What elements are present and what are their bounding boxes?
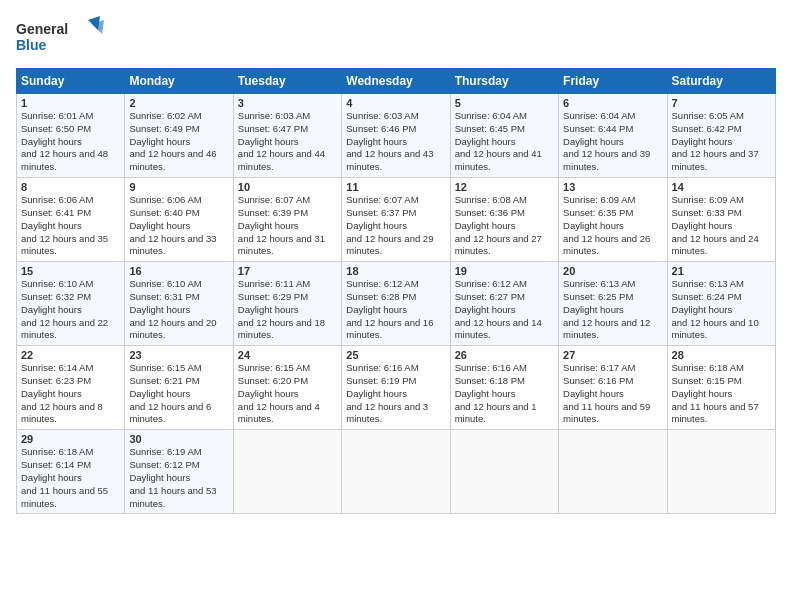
day-info: Sunrise: 6:03 AMSunset: 6:46 PMDaylight … (346, 110, 445, 174)
svg-text:General: General (16, 21, 68, 37)
day-number: 26 (455, 349, 554, 361)
day-number: 14 (672, 181, 771, 193)
day-number: 27 (563, 349, 662, 361)
day-number: 12 (455, 181, 554, 193)
calendar-cell: 9Sunrise: 6:06 AMSunset: 6:40 PMDaylight… (125, 178, 233, 262)
calendar-cell (667, 430, 775, 514)
day-number: 11 (346, 181, 445, 193)
day-info: Sunrise: 6:10 AMSunset: 6:31 PMDaylight … (129, 278, 228, 342)
calendar-cell: 3Sunrise: 6:03 AMSunset: 6:47 PMDaylight… (233, 94, 341, 178)
calendar-cell: 29Sunrise: 6:18 AMSunset: 6:14 PMDayligh… (17, 430, 125, 514)
day-info: Sunrise: 6:18 AMSunset: 6:14 PMDaylight … (21, 446, 120, 510)
day-info: Sunrise: 6:11 AMSunset: 6:29 PMDaylight … (238, 278, 337, 342)
day-info: Sunrise: 6:13 AMSunset: 6:25 PMDaylight … (563, 278, 662, 342)
logo: General Blue (16, 16, 106, 58)
calendar-cell: 26Sunrise: 6:16 AMSunset: 6:18 PMDayligh… (450, 346, 558, 430)
calendar-cell: 11Sunrise: 6:07 AMSunset: 6:37 PMDayligh… (342, 178, 450, 262)
col-header-friday: Friday (559, 69, 667, 94)
col-header-monday: Monday (125, 69, 233, 94)
day-info: Sunrise: 6:03 AMSunset: 6:47 PMDaylight … (238, 110, 337, 174)
day-info: Sunrise: 6:16 AMSunset: 6:19 PMDaylight … (346, 362, 445, 426)
calendar-cell: 20Sunrise: 6:13 AMSunset: 6:25 PMDayligh… (559, 262, 667, 346)
calendar-cell (559, 430, 667, 514)
day-info: Sunrise: 6:02 AMSunset: 6:49 PMDaylight … (129, 110, 228, 174)
day-number: 10 (238, 181, 337, 193)
calendar-week-row: 15Sunrise: 6:10 AMSunset: 6:32 PMDayligh… (17, 262, 776, 346)
calendar-cell: 6Sunrise: 6:04 AMSunset: 6:44 PMDaylight… (559, 94, 667, 178)
calendar-week-row: 29Sunrise: 6:18 AMSunset: 6:14 PMDayligh… (17, 430, 776, 514)
day-number: 9 (129, 181, 228, 193)
day-number: 29 (21, 433, 120, 445)
day-info: Sunrise: 6:10 AMSunset: 6:32 PMDaylight … (21, 278, 120, 342)
calendar-cell (450, 430, 558, 514)
calendar-cell: 21Sunrise: 6:13 AMSunset: 6:24 PMDayligh… (667, 262, 775, 346)
calendar-cell: 2Sunrise: 6:02 AMSunset: 6:49 PMDaylight… (125, 94, 233, 178)
calendar-cell: 22Sunrise: 6:14 AMSunset: 6:23 PMDayligh… (17, 346, 125, 430)
calendar-cell: 23Sunrise: 6:15 AMSunset: 6:21 PMDayligh… (125, 346, 233, 430)
day-number: 24 (238, 349, 337, 361)
day-info: Sunrise: 6:16 AMSunset: 6:18 PMDaylight … (455, 362, 554, 426)
day-info: Sunrise: 6:01 AMSunset: 6:50 PMDaylight … (21, 110, 120, 174)
calendar-week-row: 8Sunrise: 6:06 AMSunset: 6:41 PMDaylight… (17, 178, 776, 262)
calendar-cell: 25Sunrise: 6:16 AMSunset: 6:19 PMDayligh… (342, 346, 450, 430)
calendar-cell: 24Sunrise: 6:15 AMSunset: 6:20 PMDayligh… (233, 346, 341, 430)
day-number: 2 (129, 97, 228, 109)
calendar-cell: 16Sunrise: 6:10 AMSunset: 6:31 PMDayligh… (125, 262, 233, 346)
calendar-cell: 4Sunrise: 6:03 AMSunset: 6:46 PMDaylight… (342, 94, 450, 178)
day-number: 16 (129, 265, 228, 277)
day-number: 17 (238, 265, 337, 277)
calendar-cell: 5Sunrise: 6:04 AMSunset: 6:45 PMDaylight… (450, 94, 558, 178)
day-number: 30 (129, 433, 228, 445)
calendar-cell: 1Sunrise: 6:01 AMSunset: 6:50 PMDaylight… (17, 94, 125, 178)
day-info: Sunrise: 6:13 AMSunset: 6:24 PMDaylight … (672, 278, 771, 342)
day-info: Sunrise: 6:15 AMSunset: 6:20 PMDaylight … (238, 362, 337, 426)
day-info: Sunrise: 6:19 AMSunset: 6:12 PMDaylight … (129, 446, 228, 510)
day-info: Sunrise: 6:09 AMSunset: 6:33 PMDaylight … (672, 194, 771, 258)
calendar-cell: 28Sunrise: 6:18 AMSunset: 6:15 PMDayligh… (667, 346, 775, 430)
day-number: 8 (21, 181, 120, 193)
svg-text:Blue: Blue (16, 37, 47, 53)
day-number: 1 (21, 97, 120, 109)
calendar-cell: 15Sunrise: 6:10 AMSunset: 6:32 PMDayligh… (17, 262, 125, 346)
calendar-cell (342, 430, 450, 514)
day-number: 25 (346, 349, 445, 361)
calendar-cell: 17Sunrise: 6:11 AMSunset: 6:29 PMDayligh… (233, 262, 341, 346)
day-number: 4 (346, 97, 445, 109)
calendar-week-row: 22Sunrise: 6:14 AMSunset: 6:23 PMDayligh… (17, 346, 776, 430)
day-info: Sunrise: 6:12 AMSunset: 6:28 PMDaylight … (346, 278, 445, 342)
calendar-week-row: 1Sunrise: 6:01 AMSunset: 6:50 PMDaylight… (17, 94, 776, 178)
day-info: Sunrise: 6:15 AMSunset: 6:21 PMDaylight … (129, 362, 228, 426)
day-info: Sunrise: 6:07 AMSunset: 6:37 PMDaylight … (346, 194, 445, 258)
day-number: 7 (672, 97, 771, 109)
col-header-saturday: Saturday (667, 69, 775, 94)
day-info: Sunrise: 6:05 AMSunset: 6:42 PMDaylight … (672, 110, 771, 174)
day-number: 15 (21, 265, 120, 277)
day-number: 13 (563, 181, 662, 193)
day-number: 20 (563, 265, 662, 277)
day-info: Sunrise: 6:08 AMSunset: 6:36 PMDaylight … (455, 194, 554, 258)
col-header-tuesday: Tuesday (233, 69, 341, 94)
day-number: 18 (346, 265, 445, 277)
col-header-wednesday: Wednesday (342, 69, 450, 94)
calendar-page: General Blue SundayMondayTuesdayWednesda… (0, 0, 792, 612)
calendar-cell: 27Sunrise: 6:17 AMSunset: 6:16 PMDayligh… (559, 346, 667, 430)
calendar-cell: 30Sunrise: 6:19 AMSunset: 6:12 PMDayligh… (125, 430, 233, 514)
day-number: 3 (238, 97, 337, 109)
calendar-header-row: SundayMondayTuesdayWednesdayThursdayFrid… (17, 69, 776, 94)
calendar-cell: 10Sunrise: 6:07 AMSunset: 6:39 PMDayligh… (233, 178, 341, 262)
col-header-thursday: Thursday (450, 69, 558, 94)
day-info: Sunrise: 6:04 AMSunset: 6:45 PMDaylight … (455, 110, 554, 174)
day-info: Sunrise: 6:04 AMSunset: 6:44 PMDaylight … (563, 110, 662, 174)
col-header-sunday: Sunday (17, 69, 125, 94)
day-info: Sunrise: 6:09 AMSunset: 6:35 PMDaylight … (563, 194, 662, 258)
day-number: 19 (455, 265, 554, 277)
calendar-cell (233, 430, 341, 514)
day-info: Sunrise: 6:12 AMSunset: 6:27 PMDaylight … (455, 278, 554, 342)
calendar-cell: 8Sunrise: 6:06 AMSunset: 6:41 PMDaylight… (17, 178, 125, 262)
calendar-table: SundayMondayTuesdayWednesdayThursdayFrid… (16, 68, 776, 514)
day-number: 6 (563, 97, 662, 109)
day-info: Sunrise: 6:17 AMSunset: 6:16 PMDaylight … (563, 362, 662, 426)
calendar-cell: 18Sunrise: 6:12 AMSunset: 6:28 PMDayligh… (342, 262, 450, 346)
day-info: Sunrise: 6:06 AMSunset: 6:40 PMDaylight … (129, 194, 228, 258)
header: General Blue (16, 16, 776, 58)
